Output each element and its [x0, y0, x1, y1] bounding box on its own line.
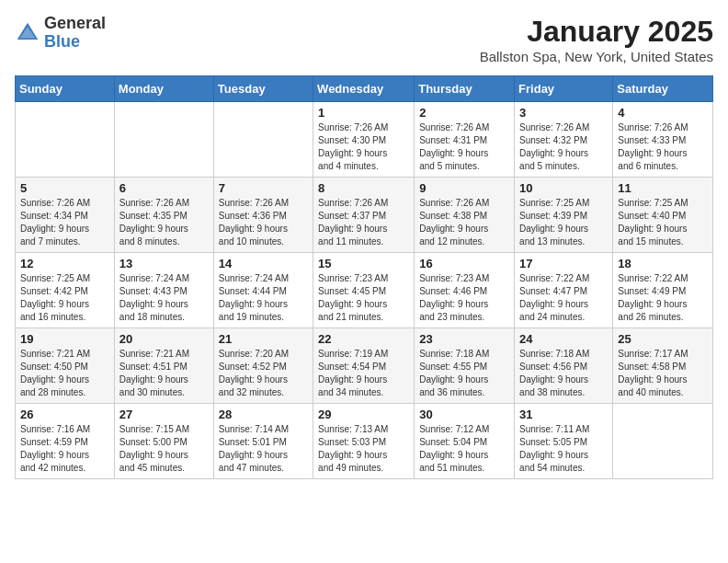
day-info: Sunrise: 7:26 AM Sunset: 4:35 PM Dayligh…	[119, 197, 209, 248]
calendar-cell: 22Sunrise: 7:19 AM Sunset: 4:54 PM Dayli…	[313, 328, 415, 404]
calendar-cell: 27Sunrise: 7:15 AM Sunset: 5:00 PM Dayli…	[114, 404, 213, 479]
day-info: Sunrise: 7:25 AM Sunset: 4:40 PM Dayligh…	[618, 197, 708, 248]
day-info: Sunrise: 7:15 AM Sunset: 5:00 PM Dayligh…	[119, 423, 209, 475]
day-info: Sunrise: 7:18 AM Sunset: 4:56 PM Dayligh…	[519, 348, 608, 399]
calendar-cell: 25Sunrise: 7:17 AM Sunset: 4:58 PM Dayli…	[613, 328, 713, 404]
day-info: Sunrise: 7:18 AM Sunset: 4:55 PM Dayligh…	[419, 348, 509, 399]
calendar-cell: 23Sunrise: 7:18 AM Sunset: 4:55 PM Dayli…	[415, 328, 515, 404]
weekday-header: Tuesday	[213, 76, 313, 102]
day-number: 11	[618, 181, 708, 195]
calendar-cell: 28Sunrise: 7:14 AM Sunset: 5:01 PM Dayli…	[213, 404, 313, 479]
day-info: Sunrise: 7:26 AM Sunset: 4:31 PM Dayligh…	[419, 121, 509, 173]
day-info: Sunrise: 7:22 AM Sunset: 4:49 PM Dayligh…	[618, 272, 708, 324]
calendar-cell: 15Sunrise: 7:23 AM Sunset: 4:45 PM Dayli…	[313, 253, 415, 328]
day-info: Sunrise: 7:26 AM Sunset: 4:36 PM Dayligh…	[219, 197, 308, 248]
day-info: Sunrise: 7:24 AM Sunset: 4:43 PM Dayligh…	[119, 272, 209, 324]
calendar-cell: 8Sunrise: 7:26 AM Sunset: 4:37 PM Daylig…	[313, 178, 415, 253]
calendar-cell: 16Sunrise: 7:23 AM Sunset: 4:46 PM Dayli…	[415, 253, 515, 328]
day-number: 5	[20, 181, 109, 195]
day-number: 17	[519, 257, 608, 270]
day-info: Sunrise: 7:25 AM Sunset: 4:42 PM Dayligh…	[20, 272, 109, 324]
day-info: Sunrise: 7:12 AM Sunset: 5:04 PM Dayligh…	[419, 423, 509, 475]
day-info: Sunrise: 7:19 AM Sunset: 4:54 PM Dayligh…	[318, 348, 409, 399]
calendar-cell: 10Sunrise: 7:25 AM Sunset: 4:39 PM Dayli…	[515, 178, 613, 253]
weekday-header: Sunday	[16, 76, 115, 102]
calendar-cell: 7Sunrise: 7:26 AM Sunset: 4:36 PM Daylig…	[213, 178, 313, 253]
day-number: 18	[618, 257, 708, 270]
logo-general-text: General	[44, 15, 106, 33]
calendar-cell: 31Sunrise: 7:11 AM Sunset: 5:05 PM Dayli…	[515, 404, 613, 479]
day-info: Sunrise: 7:21 AM Sunset: 4:51 PM Dayligh…	[119, 348, 209, 399]
day-info: Sunrise: 7:26 AM Sunset: 4:34 PM Dayligh…	[20, 197, 109, 248]
day-number: 19	[20, 332, 109, 346]
day-info: Sunrise: 7:21 AM Sunset: 4:50 PM Dayligh…	[20, 348, 109, 399]
weekday-header: Monday	[114, 76, 213, 102]
calendar-cell: 19Sunrise: 7:21 AM Sunset: 4:50 PM Dayli…	[16, 328, 115, 404]
day-info: Sunrise: 7:20 AM Sunset: 4:52 PM Dayligh…	[219, 348, 308, 399]
month-title: January 2025	[480, 15, 713, 49]
day-info: Sunrise: 7:26 AM Sunset: 4:30 PM Dayligh…	[318, 121, 409, 173]
calendar-cell: 9Sunrise: 7:26 AM Sunset: 4:38 PM Daylig…	[415, 178, 515, 253]
day-number: 20	[119, 332, 209, 346]
day-number: 4	[618, 106, 708, 120]
day-number: 24	[519, 332, 608, 346]
day-info: Sunrise: 7:13 AM Sunset: 5:03 PM Dayligh…	[318, 423, 409, 475]
calendar-cell: 17Sunrise: 7:22 AM Sunset: 4:47 PM Dayli…	[515, 253, 613, 328]
day-number: 12	[20, 257, 109, 270]
page-header: General Blue January 2025 Ballston Spa, …	[15, 15, 713, 64]
calendar-cell	[16, 102, 115, 178]
calendar-week-row: 5Sunrise: 7:26 AM Sunset: 4:34 PM Daylig…	[16, 178, 713, 253]
day-info: Sunrise: 7:23 AM Sunset: 4:46 PM Dayligh…	[419, 272, 509, 324]
weekday-header: Wednesday	[313, 76, 415, 102]
logo: General Blue	[15, 15, 106, 52]
calendar-cell: 26Sunrise: 7:16 AM Sunset: 4:59 PM Dayli…	[16, 404, 115, 479]
location-text: Ballston Spa, New York, United States	[480, 49, 713, 64]
day-number: 15	[318, 257, 409, 270]
calendar-table: SundayMondayTuesdayWednesdayThursdayFrid…	[15, 75, 713, 479]
day-number: 2	[419, 106, 509, 120]
calendar-cell: 3Sunrise: 7:26 AM Sunset: 4:32 PM Daylig…	[515, 102, 613, 178]
day-number: 8	[318, 181, 409, 195]
calendar-week-row: 12Sunrise: 7:25 AM Sunset: 4:42 PM Dayli…	[16, 253, 713, 328]
weekday-header: Thursday	[415, 76, 515, 102]
day-number: 30	[419, 408, 509, 421]
day-number: 22	[318, 332, 409, 346]
calendar-cell	[613, 404, 713, 479]
day-number: 21	[219, 332, 308, 346]
calendar-cell: 2Sunrise: 7:26 AM Sunset: 4:31 PM Daylig…	[415, 102, 515, 178]
calendar-cell: 11Sunrise: 7:25 AM Sunset: 4:40 PM Dayli…	[613, 178, 713, 253]
day-number: 14	[219, 257, 308, 270]
day-info: Sunrise: 7:26 AM Sunset: 4:38 PM Dayligh…	[419, 197, 509, 248]
day-info: Sunrise: 7:22 AM Sunset: 4:47 PM Dayligh…	[519, 272, 608, 324]
day-info: Sunrise: 7:25 AM Sunset: 4:39 PM Dayligh…	[519, 197, 608, 248]
day-info: Sunrise: 7:11 AM Sunset: 5:05 PM Dayligh…	[519, 423, 608, 475]
calendar-cell: 1Sunrise: 7:26 AM Sunset: 4:30 PM Daylig…	[313, 102, 415, 178]
calendar-week-row: 1Sunrise: 7:26 AM Sunset: 4:30 PM Daylig…	[16, 102, 713, 178]
calendar-cell: 13Sunrise: 7:24 AM Sunset: 4:43 PM Dayli…	[114, 253, 213, 328]
logo-blue-text: Blue	[44, 33, 106, 52]
day-number: 29	[318, 408, 409, 421]
calendar-cell: 24Sunrise: 7:18 AM Sunset: 4:56 PM Dayli…	[515, 328, 613, 404]
day-number: 31	[519, 408, 608, 421]
day-number: 25	[618, 332, 708, 346]
calendar-cell: 20Sunrise: 7:21 AM Sunset: 4:51 PM Dayli…	[114, 328, 213, 404]
day-number: 26	[20, 408, 109, 421]
calendar-cell: 18Sunrise: 7:22 AM Sunset: 4:49 PM Dayli…	[613, 253, 713, 328]
calendar-week-row: 19Sunrise: 7:21 AM Sunset: 4:50 PM Dayli…	[16, 328, 713, 404]
day-info: Sunrise: 7:23 AM Sunset: 4:45 PM Dayligh…	[318, 272, 409, 324]
day-info: Sunrise: 7:26 AM Sunset: 4:33 PM Dayligh…	[618, 121, 708, 173]
day-number: 9	[419, 181, 509, 195]
calendar-week-row: 26Sunrise: 7:16 AM Sunset: 4:59 PM Dayli…	[16, 404, 713, 479]
day-number: 6	[119, 181, 209, 195]
weekday-header: Saturday	[613, 76, 713, 102]
day-number: 28	[219, 408, 308, 421]
calendar-cell: 12Sunrise: 7:25 AM Sunset: 4:42 PM Dayli…	[16, 253, 115, 328]
day-info: Sunrise: 7:17 AM Sunset: 4:58 PM Dayligh…	[618, 348, 708, 399]
calendar-cell: 5Sunrise: 7:26 AM Sunset: 4:34 PM Daylig…	[16, 178, 115, 253]
day-number: 23	[419, 332, 509, 346]
day-number: 3	[519, 106, 608, 120]
day-info: Sunrise: 7:14 AM Sunset: 5:01 PM Dayligh…	[219, 423, 308, 475]
day-number: 1	[318, 106, 409, 120]
day-number: 7	[219, 181, 308, 195]
calendar-cell	[114, 102, 213, 178]
